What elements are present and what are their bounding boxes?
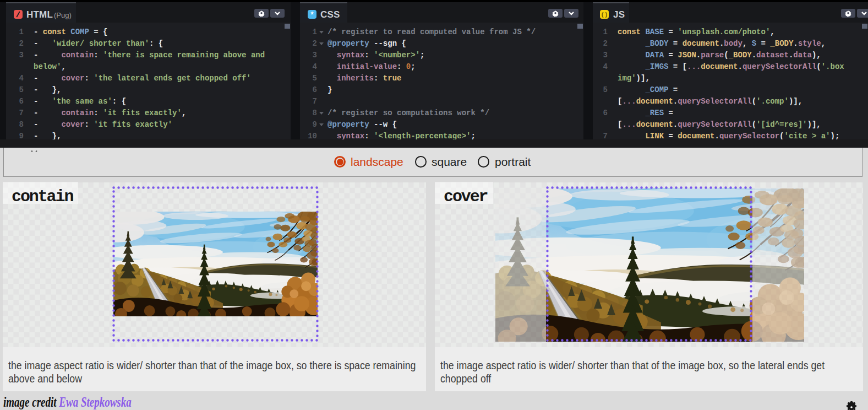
svg-text:*: * [310,10,314,19]
svg-text:(): () [600,12,608,18]
